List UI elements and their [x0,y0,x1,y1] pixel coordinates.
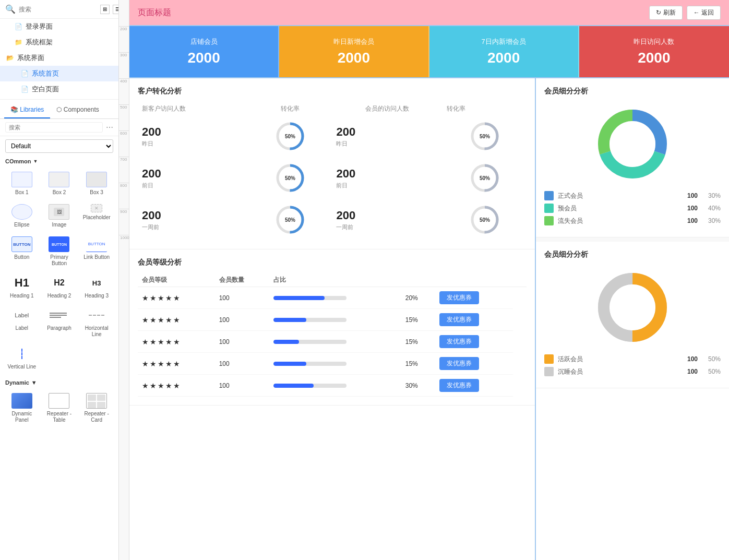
lib-icon: 📚 [10,106,18,113]
comp-label[interactable]: Label Label [4,304,40,341]
legend-2: 活跃会员 100 50% 沉睡会员 100 50% [544,354,721,376]
customer-members-2: 200 一周前 [332,199,443,241]
svg-point-32 [610,284,655,330]
comp-primary-button[interactable]: BUTTON Primary Button [42,233,77,270]
sidebar: 🔍 ⊞ ☰ 📄 登录界面 📁 系统框架 📂 系统界面 📄 系统首页 📄 空白页面 [0,0,119,560]
legend2-label-0: 活跃会员 [558,355,678,364]
grade-bar-3 [269,353,401,375]
label-icon: Label [11,307,32,323]
grade-btn-2[interactable]: 发优惠券 [435,331,513,353]
comp-dynamic-panel[interactable]: Dynamic Panel [4,390,40,426]
grade-btn-3[interactable]: 发优惠券 [435,353,513,375]
svg-point-28 [610,121,655,167]
grade-table: 会员等级 会员数量 占比 ★★★★★ 100 [138,273,527,397]
sidebar-view-btn-2[interactable]: ☰ [113,5,119,14]
customer-table: 新客户访问人数 转化率 会员的访问人数 转化率 200 昨日 [138,102,527,241]
comp-hline[interactable]: Horizontal Line [79,304,114,341]
ruler-300: 300 [119,52,129,78]
comp-box2[interactable]: Box 2 [42,169,77,199]
legend2-pct-1: 50% [702,368,721,375]
refresh-button[interactable]: ↻ 刷新 [649,6,682,20]
grade-btn-1[interactable]: 发优惠券 [435,309,513,331]
customer-analysis-title: 客户转化分析 [138,87,527,96]
nav-home[interactable]: 📄 系统首页 [0,66,118,81]
box2-icon [49,172,69,187]
rep-card-c4 [97,402,105,408]
issue-coupon-btn-1[interactable]: 发优惠券 [439,313,479,326]
grade-col6 [513,273,527,287]
grade-count-1: 100 [215,309,269,331]
donut-svg-2 [591,266,674,349]
donut-chart-2 [544,266,721,349]
placeholder-icon: ✕ [91,204,102,212]
comp-vline[interactable]: Vertical Line [4,343,40,373]
comp-box1[interactable]: Box 1 [4,169,40,199]
comp-image[interactable]: 🖼 Image [42,201,77,231]
grade-bar-4 [269,375,401,397]
grade-row-1: ★★★★★ 100 15% 发优惠券 [138,309,527,331]
nav-framework[interactable]: 📁 系统框架 [0,34,118,50]
sidebar-icon-group: ⊞ ☰ [100,5,119,14]
dynamic-label: Dynamic [5,379,29,386]
left-col: 客户转化分析 新客户访问人数 转化率 会员的访问人数 转化率 2 [129,78,536,560]
issue-coupon-btn-3[interactable]: 发优惠券 [439,357,479,370]
comp-paragraph[interactable]: Paragraph [42,304,77,341]
comp-h2[interactable]: H2 Heading 2 [42,272,77,302]
grade-btn-4[interactable]: 发优惠券 [435,375,513,397]
nav-system-icon: 📂 [6,54,14,62]
primary-button-label: Primary Button [43,254,76,267]
link-button-icon: BUTTON [86,236,107,252]
issue-coupon-btn-4[interactable]: 发优惠券 [439,379,479,392]
legend1-item-0: 正式会员 100 30% [544,191,721,200]
tab-libraries[interactable]: 📚 Libraries [4,102,50,118]
rep-card-label: Repeater - Card [80,411,113,423]
lib-menu-icon[interactable]: ⋯ [106,123,113,132]
lib-search-input[interactable] [5,122,103,133]
comp-icon: ⬡ [56,106,62,113]
sidebar-search-input[interactable] [19,6,97,13]
col-visitors: 新客户访问人数 [138,102,248,115]
legend2-color-1 [544,367,554,376]
rep-card-c2 [97,395,105,401]
comp-ellipse[interactable]: Ellipse [4,201,40,231]
comp-button[interactable]: BUTTON Button [4,233,40,270]
grade-btn-0[interactable]: 发优惠券 [435,287,513,309]
comp-rep-table[interactable]: Repeater - Table [42,390,77,426]
svg-text:50%: 50% [480,134,490,139]
customer-rate2-0: 50% [443,115,527,157]
nav-login[interactable]: 📄 登录界面 [0,19,118,34]
nav-framework-label: 系统框架 [26,38,53,47]
grade-bar-1 [269,309,401,331]
stat-value-2: 2000 [487,50,520,66]
col-rate2: 转化率 [443,102,527,115]
comp-h3[interactable]: H3 Heading 3 [79,272,114,302]
dynamic-panel-icon [11,393,32,409]
lib-select[interactable]: Default [5,139,113,153]
legend1-val-2: 100 [682,217,698,224]
button-label: Button [14,254,29,260]
issue-coupon-btn-0[interactable]: 发优惠券 [439,291,479,304]
donut-chart-1 [544,102,721,186]
rep-card-icon [86,393,107,409]
lib-tabs: 📚 Libraries ⬡ Components [0,102,118,119]
ruler-600: 600 [119,130,129,157]
comp-box3[interactable]: Box 3 [79,169,114,199]
image-icon: 🖼 [49,204,69,220]
nav-system[interactable]: 📂 系统界面 [0,50,118,66]
comp-tab-label: Components [64,106,99,113]
comp-h1[interactable]: H1 Heading 1 [4,272,40,302]
legend1-label-2: 流失会员 [558,217,678,225]
comp-rep-card[interactable]: Repeater - Card [79,390,114,426]
h1-icon: H1 [11,275,32,291]
comp-link-button[interactable]: BUTTON Link Button [79,233,114,270]
issue-coupon-btn-2[interactable]: 发优惠券 [439,335,479,348]
stat-value-1: 2000 [338,50,370,66]
comp-placeholder[interactable]: ✕ Placeholder [79,201,114,231]
nav-blank[interactable]: 📄 空白页面 [0,81,118,97]
grade-pct-1: 15% [401,309,435,331]
tab-components[interactable]: ⬡ Components [50,102,105,118]
sidebar-view-btn-1[interactable]: ⊞ [100,5,110,14]
stat-cards: 店铺会员 2000 昨日新增会员 2000 7日内新增会员 2000 昨日访问人… [129,26,729,78]
page-title-input[interactable] [138,8,242,17]
back-button[interactable]: ← 返回 [687,6,721,20]
